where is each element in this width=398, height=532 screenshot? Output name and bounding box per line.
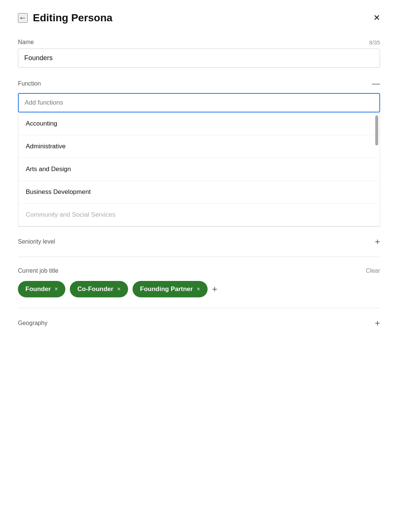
geography-label: Geography bbox=[18, 320, 47, 327]
function-collapse-button[interactable]: — bbox=[372, 80, 380, 88]
header-left: ← Editing Persona bbox=[18, 12, 112, 24]
geography-section: Geography + bbox=[18, 308, 380, 338]
close-button[interactable]: ✕ bbox=[373, 14, 380, 22]
scrollbar bbox=[375, 115, 378, 145]
job-title-clear-button[interactable]: Clear bbox=[366, 267, 380, 274]
function-dropdown: Accounting Administrative Arts and Desig… bbox=[18, 112, 380, 226]
tag-founding-partner-label: Founding Partner bbox=[140, 285, 193, 293]
dropdown-item-community-social[interactable]: Community and Social Services bbox=[18, 204, 380, 226]
tag-cofounder[interactable]: Co-Founder × bbox=[70, 281, 128, 297]
tag-founder-label: Founder bbox=[25, 285, 51, 293]
tag-founding-partner[interactable]: Founding Partner × bbox=[133, 281, 208, 297]
tag-cofounder-label: Co-Founder bbox=[77, 285, 113, 293]
seniority-expand-button[interactable]: + bbox=[375, 237, 380, 246]
name-label-row: Name 8/35 bbox=[18, 39, 380, 46]
dropdown-item-business-development[interactable]: Business Development bbox=[18, 181, 380, 204]
function-section: Function — Accounting Administrative Art… bbox=[18, 80, 380, 226]
function-label: Function bbox=[18, 80, 41, 87]
back-button[interactable]: ← bbox=[18, 13, 28, 23]
tags-row: Founder × Co-Founder × Founding Partner … bbox=[18, 281, 380, 297]
job-title-header: Current job title Clear bbox=[18, 267, 380, 274]
tag-founder-remove[interactable]: × bbox=[55, 286, 58, 293]
tag-founder[interactable]: Founder × bbox=[18, 281, 65, 297]
function-search-input[interactable] bbox=[18, 93, 380, 112]
tag-founding-partner-remove[interactable]: × bbox=[197, 286, 200, 293]
geography-expand-button[interactable]: + bbox=[375, 319, 380, 328]
dropdown-item-accounting[interactable]: Accounting bbox=[18, 112, 380, 135]
tag-cofounder-remove[interactable]: × bbox=[117, 286, 121, 293]
seniority-section: Seniority level + bbox=[18, 227, 380, 257]
job-title-section: Current job title Clear Founder × Co-Fou… bbox=[18, 257, 380, 308]
name-section: Name 8/35 bbox=[18, 39, 380, 68]
name-label: Name bbox=[18, 39, 34, 46]
name-input[interactable] bbox=[18, 49, 380, 68]
dropdown-item-administrative[interactable]: Administrative bbox=[18, 135, 380, 158]
add-job-title-button[interactable]: + bbox=[212, 285, 217, 294]
seniority-label: Seniority level bbox=[18, 238, 55, 245]
char-count: 8/35 bbox=[369, 39, 380, 46]
page-title: Editing Persona bbox=[33, 12, 112, 24]
function-section-header: Function — bbox=[18, 80, 380, 88]
dropdown-item-arts-design[interactable]: Arts and Design bbox=[18, 158, 380, 181]
job-title-label: Current job title bbox=[18, 267, 59, 274]
page-header: ← Editing Persona ✕ bbox=[18, 12, 380, 24]
